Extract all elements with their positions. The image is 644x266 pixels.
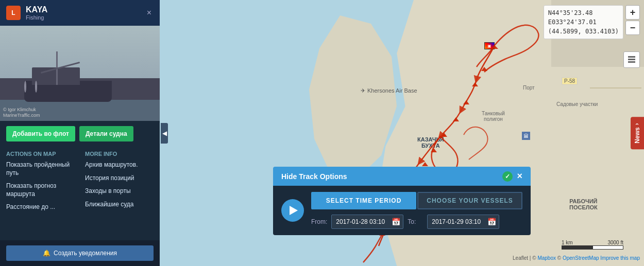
checkmark-icon: ✓ bbox=[502, 171, 513, 182]
route-archive-action[interactable]: Архив маршрутов. bbox=[85, 161, 154, 169]
bell-icon: 🔔 bbox=[43, 250, 50, 257]
vessel-marker[interactable]: ▣ bbox=[484, 42, 495, 49]
vessel-action-buttons: Добавить во флот Детали судна bbox=[0, 121, 160, 147]
map-layers-button[interactable] bbox=[623, 51, 640, 68]
play-icon bbox=[290, 206, 298, 215]
track-options-label: Hide Track Options bbox=[281, 172, 347, 181]
sidebar-footer: 🔔 Создать уведомления bbox=[0, 240, 160, 266]
scale-km-label: 1 km bbox=[562, 240, 573, 245]
scale-bar: 1 km 3000 ft bbox=[562, 240, 623, 250]
to-label: To: bbox=[408, 218, 423, 225]
scale-segment-dark bbox=[562, 245, 592, 250]
sidebar-toggle-button[interactable]: ◀ bbox=[161, 123, 168, 144]
app-logo: L bbox=[6, 6, 21, 20]
zoom-in-button[interactable]: + bbox=[625, 5, 640, 20]
zoom-controls: + − bbox=[625, 5, 640, 35]
svg-rect-16 bbox=[628, 61, 635, 63]
vessel-image: © Igor Klimchuk MarineTraffic.com bbox=[0, 26, 160, 121]
from-label: From: bbox=[311, 218, 327, 225]
vessel-details-button[interactable]: Детали судна bbox=[79, 126, 133, 141]
close-track-options-icon[interactable]: × bbox=[517, 171, 522, 182]
position-history-action[interactable]: История позиций bbox=[85, 174, 154, 183]
tab-select-time[interactable]: SELECT TIME PERIOD bbox=[311, 192, 416, 209]
from-calendar-icon[interactable]: 📅 bbox=[392, 218, 400, 226]
date-range-row: From: 📅 To: 📅 bbox=[311, 215, 522, 229]
sidebar: L KAYA Fishing × © Igo bbox=[0, 0, 160, 266]
track-options-header[interactable]: Hide Track Options ✓ × bbox=[273, 167, 531, 186]
zoom-out-button[interactable]: − bbox=[625, 21, 640, 35]
leaflet-attribution: Leaflet | © bbox=[513, 255, 537, 261]
actions-on-map-col: ACTIONS ON MAP Показать пройденный путь … bbox=[6, 151, 75, 240]
road-line bbox=[590, 87, 641, 88]
vessel-name-block: KAYA Fishing bbox=[21, 5, 145, 21]
play-button[interactable] bbox=[281, 199, 304, 222]
to-date-wrap: 📅 bbox=[427, 215, 499, 229]
news-chevron-icon: ‹ bbox=[634, 123, 641, 125]
scale-segment-light bbox=[592, 245, 623, 250]
show-track-action[interactable]: Показать пройденный путь bbox=[6, 161, 75, 177]
vessel-name: KAYA bbox=[26, 5, 145, 14]
news-tab[interactable]: ‹ News bbox=[631, 117, 644, 149]
track-options-panel: Hide Track Options ✓ × SELECT TIME PERIO… bbox=[273, 167, 531, 235]
map[interactable]: ✈Khersones Air Base КАЗАЧЬЯБУХТА Танковы… bbox=[160, 0, 644, 266]
scale-ft-label: 3000 ft bbox=[607, 240, 623, 245]
sidebar-header: L KAYA Fishing × bbox=[0, 0, 160, 26]
distance-action[interactable]: Расстояние до ... bbox=[6, 203, 75, 211]
actions-section: ACTIONS ON MAP Показать пройденный путь … bbox=[0, 147, 160, 240]
coordinates-display: N44°35'23.48 E033°24'37.01 (44.5899, 033… bbox=[544, 5, 623, 39]
tab-choose-vessels[interactable]: CHOOSE YOUR VESSELS bbox=[417, 192, 522, 209]
track-tabs: SELECT TIME PERIOD CHOOSE YOUR VESSELS bbox=[311, 192, 522, 209]
vessel-type: Fishing bbox=[26, 14, 145, 21]
left-arrow-icon: ◀ bbox=[162, 130, 167, 137]
building-icon: 🏛 bbox=[522, 132, 530, 140]
from-date-wrap: 📅 bbox=[331, 215, 403, 229]
svg-rect-14 bbox=[628, 56, 635, 58]
image-credits: © Igor Klimchuk MarineTraffic.com bbox=[3, 107, 40, 119]
news-tab-label: News bbox=[634, 127, 641, 143]
show-forecast-action[interactable]: Показать прогноз маршрута bbox=[6, 182, 75, 198]
map-attribution: Leaflet | © Mapbox © OpenStreetMap Impro… bbox=[513, 255, 640, 261]
svg-rect-15 bbox=[628, 59, 635, 60]
sidebar-close-button[interactable]: × bbox=[145, 6, 154, 20]
more-info-col: MORE INFO Архив маршрутов. История позиц… bbox=[85, 151, 154, 240]
more-info-title: MORE INFO bbox=[85, 151, 154, 157]
to-calendar-icon[interactable]: 📅 bbox=[487, 218, 496, 226]
mapbox-link[interactable]: Mapbox bbox=[537, 255, 556, 261]
improve-map-link[interactable]: Improve this map bbox=[600, 255, 640, 261]
track-options-body: SELECT TIME PERIOD CHOOSE YOUR VESSELS F… bbox=[273, 186, 531, 235]
create-notification-button[interactable]: 🔔 Создать уведомления bbox=[6, 245, 154, 261]
port-calls-action[interactable]: Заходы в порты bbox=[85, 187, 154, 196]
osm-link[interactable]: OpenStreetMap bbox=[563, 255, 599, 261]
actions-on-map-title: ACTIONS ON MAP bbox=[6, 151, 75, 157]
add-to-fleet-button[interactable]: Добавить во флот bbox=[6, 126, 75, 141]
nearest-vessels-action[interactable]: Ближайшие суда bbox=[85, 201, 154, 209]
